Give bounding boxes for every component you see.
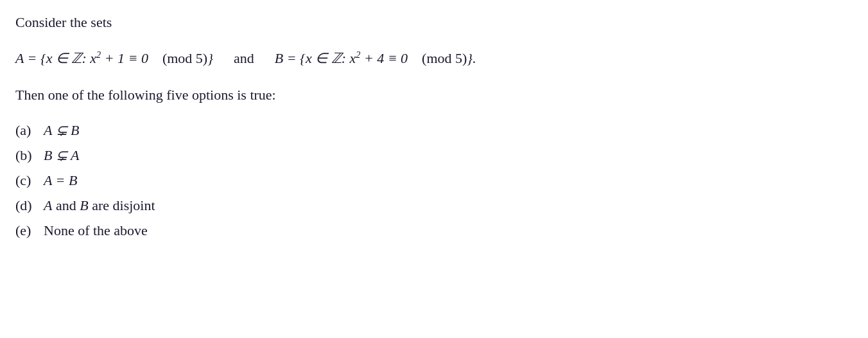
option-b: (b) B ⊊ A	[15, 145, 853, 166]
intro-text: Consider the sets	[15, 12, 853, 33]
option-e-content: None of the above	[44, 220, 148, 241]
option-a-label: (a)	[15, 120, 39, 141]
option-b-label: (b)	[15, 145, 39, 166]
option-b-content: B ⊊ A	[44, 145, 80, 166]
option-e: (e) None of the above	[15, 220, 853, 241]
option-d-label: (d)	[15, 195, 39, 216]
set-B-expression: B = {x ∈ ℤ: x2 + 4 ≡ 0 (mod 5)}.	[275, 44, 476, 73]
option-d-content: A and B are disjoint	[44, 195, 155, 216]
and-connector: and	[234, 44, 254, 73]
option-a-content: A ⊊ B	[44, 120, 80, 141]
option-c-content: A = B	[44, 170, 77, 191]
then-text: Then one of the following five options i…	[15, 84, 853, 105]
option-d: (d) A and B are disjoint	[15, 195, 853, 216]
option-e-label: (e)	[15, 220, 39, 241]
option-a: (a) A ⊊ B	[15, 120, 853, 141]
option-c-label: (c)	[15, 170, 39, 191]
option-c: (c) A = B	[15, 170, 853, 191]
math-equation-line: A = {x ∈ ℤ: x2 + 1 ≡ 0 (mod 5)} and B = …	[15, 44, 853, 73]
set-A-expression: A = {x ∈ ℤ: x2 + 1 ≡ 0 (mod 5)}	[15, 44, 213, 73]
options-list: (a) A ⊊ B (b) B ⊊ A (c) A = B (d) A and …	[15, 120, 853, 241]
